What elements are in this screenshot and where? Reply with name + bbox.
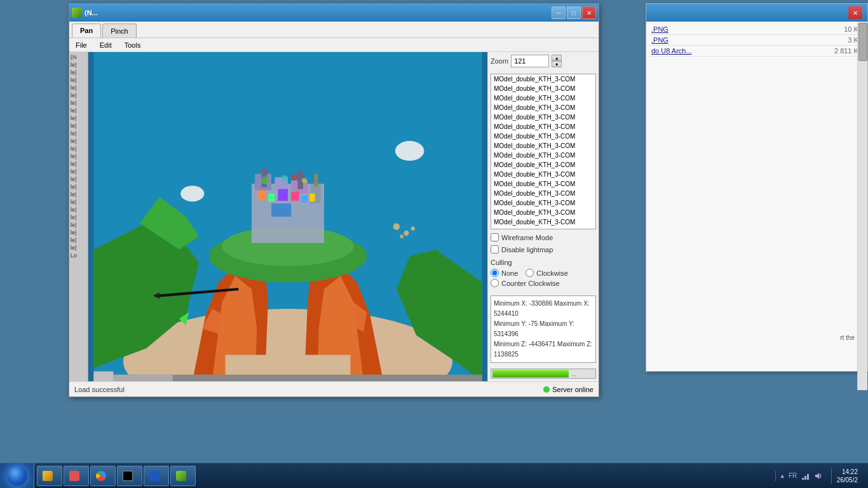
level-item: le| [69, 122, 88, 130]
model-list-item[interactable]: MOdel_double_KTH_3-COM [491, 74, 595, 84]
level-item: le| [69, 145, 88, 152]
folder-icon [43, 471, 53, 481]
taskbar-item-folder[interactable] [37, 466, 62, 486]
menu-edit[interactable]: Edit [97, 40, 114, 50]
taskbar-item-cmd[interactable] [117, 466, 142, 486]
zoom-down-button[interactable]: ▼ [552, 61, 562, 67]
taskbar-item-chrome[interactable] [90, 466, 116, 486]
culling-clockwise-radio[interactable] [526, 269, 534, 277]
level-sidebar: (N le| le| le| le| le| le| le| le| le| l… [69, 52, 88, 381]
level-item: le| [69, 160, 88, 168]
level-item: le| [69, 229, 88, 236]
model-list-item[interactable]: MOdel_double_KTH_3-COM [491, 93, 595, 103]
svg-rect-21 [268, 194, 275, 201]
model-list-item[interactable]: MOdel_double_KTH_3-COM [491, 170, 595, 179]
app-window: (N... ─ □ ✕ Pan Pinch File Edit Tools (N… [69, 3, 599, 397]
model-list-item[interactable]: MOdel_double_KTH_3-COM [491, 122, 595, 132]
max-x-val: 5244410 [494, 310, 519, 317]
file-name-1[interactable]: .PNG [651, 25, 819, 33]
culling-ccw-radio[interactable] [491, 279, 499, 287]
lang-text: FR [789, 472, 797, 479]
start-orb-icon [7, 466, 27, 486]
level-item: le| [69, 206, 88, 214]
file-panel-close-button[interactable]: ✕ [848, 6, 862, 19]
model-list-item[interactable]: MOdel_double_KTH_3-COM [491, 103, 595, 112]
level-item: Lo [69, 252, 88, 259]
tab-pan[interactable]: Pan [72, 24, 101, 37]
menu-file[interactable]: File [73, 40, 90, 50]
menu-tools[interactable]: Tools [122, 40, 144, 50]
taskbar-item-ie[interactable] [144, 466, 169, 486]
model-list-item[interactable]: MOdel_double_KTH_3-COM [491, 84, 595, 93]
culling-none-radio[interactable] [491, 269, 499, 277]
taskbar-right: ▲ FR 14:22 26/05/2 [770, 463, 868, 489]
scrollbar-thumb[interactable] [858, 23, 867, 61]
zoom-label: Zoom [491, 57, 508, 65]
svg-rect-23 [291, 192, 299, 201]
close-button[interactable]: ✕ [582, 6, 596, 19]
ie-icon [149, 471, 159, 481]
zoom-up-button[interactable]: ▲ [552, 55, 562, 61]
level-item: le| [69, 183, 88, 191]
svg-rect-20 [258, 191, 266, 201]
title-bar-text: (N... [85, 9, 549, 17]
svg-point-39 [393, 223, 400, 229]
model-list-item[interactable]: MOdel_double_KTH_3-COM [491, 189, 595, 198]
cmd-icon [123, 471, 133, 481]
file-item: .PNG 10 Ko [649, 24, 865, 35]
minimize-button[interactable]: ─ [552, 6, 566, 19]
maximize-button[interactable]: □ [567, 6, 581, 19]
level-item: le| [69, 198, 88, 206]
culling-ccw-row: Counter Clockwise [491, 279, 596, 287]
model-list-item[interactable]: MOdel_double_KTH_3-COM [491, 208, 595, 217]
model-list-item[interactable]: MOdel_double_KTH_3-COM [491, 227, 595, 229]
max-x-label: Maximum X: [554, 300, 590, 307]
model-list-item[interactable]: MOdel_double_KTH_3-COM [491, 151, 595, 160]
svg-rect-45 [93, 371, 113, 381]
wireframe-checkbox[interactable] [491, 233, 499, 241]
tab-pinch[interactable]: Pinch [102, 24, 137, 37]
level-item: le| [69, 61, 88, 69]
zoom-input[interactable] [511, 55, 549, 67]
file-panel-scrollbar[interactable] [857, 22, 867, 390]
lightmap-row: Disable lightmap [491, 245, 596, 254]
volume-icon[interactable] [813, 471, 824, 481]
show-hidden-icons-button[interactable]: ▲ [780, 473, 785, 479]
lang-indicator[interactable]: FR [788, 471, 798, 481]
file-list[interactable]: .PNG 10 Ko .PNG 3 Ko do U8 Arch... 2 811… [646, 22, 867, 371]
culling-section: Culling None Clockwise Counter Clockwise [491, 259, 596, 289]
svg-point-31 [291, 174, 297, 180]
svg-point-35 [395, 141, 424, 161]
model-list-item[interactable]: MOdel_double_KTH_3-COM [491, 217, 595, 227]
lightmap-checkbox[interactable] [491, 245, 499, 254]
system-clock[interactable]: 14:22 26/05/2 [831, 468, 863, 484]
taskbar-item-checkmark[interactable] [64, 466, 89, 486]
culling-none-label: None [501, 269, 518, 277]
svg-marker-49 [815, 473, 819, 479]
svg-rect-24 [301, 196, 308, 202]
checkmark-icon [69, 471, 79, 481]
model-list-item[interactable]: MOdel_double_KTH_3-COM [491, 160, 595, 170]
model-list-item[interactable]: MOdel_double_KTH_3-COM [491, 112, 595, 122]
network-icon[interactable] [801, 471, 811, 481]
map-canvas[interactable] [88, 52, 487, 381]
model-list-item[interactable]: MOdel_double_KTH_3-COM [491, 132, 595, 141]
level-item: le| [69, 168, 88, 175]
file-name-3[interactable]: do U8 Arch... [651, 47, 819, 55]
coord-min-x: Minimum X: -330886 Maximum X: 5244410 [494, 299, 593, 319]
max-z-val: 1138825 [494, 351, 519, 358]
svg-rect-25 [309, 194, 315, 201]
lightmap-label: Disable lightmap [501, 246, 553, 254]
model-list-item[interactable]: MOdel_double_KTH_3-COM [491, 198, 595, 208]
taskbar-item-app[interactable] [170, 466, 196, 486]
model-list-item[interactable]: MOdel_double_KTH_3-COM [491, 179, 595, 189]
file-size-1: 10 Ko [824, 25, 862, 33]
model-list[interactable]: MOdel_double_KTH_3-COMMOdel_double_KTH_3… [491, 74, 596, 229]
file-name-2[interactable]: .PNG [651, 36, 819, 44]
start-button[interactable] [0, 463, 34, 489]
level-item: le| [69, 236, 88, 244]
model-list-item[interactable]: MOdel_double_KTH_3-COM [491, 141, 595, 151]
level-item: le| [69, 84, 88, 92]
level-item: le| [69, 114, 88, 122]
status-bar: Load successful Server online [69, 381, 599, 396]
